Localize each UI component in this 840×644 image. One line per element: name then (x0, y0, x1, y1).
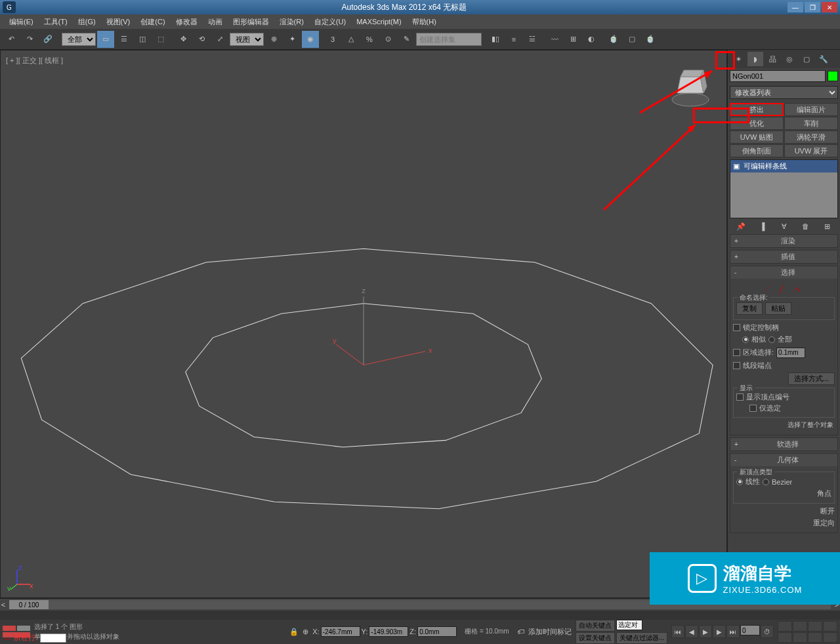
select-object-icon[interactable]: ▭ (97, 31, 114, 48)
modifier-uvw-unwrap-button[interactable]: UVW 展开 (784, 144, 838, 157)
viewport[interactable]: [ + ][ 正交 ][ 线框 ] z x y z x y (0, 50, 727, 598)
bezier-radio[interactable]: Bezier (763, 478, 792, 486)
object-color-swatch[interactable] (828, 71, 838, 81)
vertex-subobj-icon[interactable]: ⋰ (763, 285, 774, 293)
menu-create[interactable]: 创建(C) (135, 16, 170, 28)
rollout-geometry-header[interactable]: -几何体 (730, 454, 837, 466)
modifier-lathe-button[interactable]: 车削 (784, 117, 838, 130)
only-selected-checkbox[interactable]: 仅选定 (736, 403, 831, 413)
goto-start-icon[interactable]: ⏮ (671, 625, 684, 638)
undo-icon[interactable]: ↶ (3, 31, 20, 48)
all-radio[interactable]: 全部 (768, 334, 792, 344)
modifier-uvw-map-button[interactable]: UVW 贴图 (730, 131, 784, 144)
time-ruler[interactable] (0, 611, 840, 620)
move-icon[interactable]: ✥ (175, 31, 192, 48)
remove-modifier-icon[interactable]: 🗑 (800, 220, 812, 232)
play-icon[interactable]: ▶ (699, 625, 712, 638)
copy-button[interactable]: 复制 (736, 302, 763, 315)
scale-icon[interactable]: ⤢ (211, 31, 228, 48)
menu-help[interactable]: 帮助(H) (407, 16, 442, 28)
motion-tab-icon[interactable]: ◎ (782, 52, 797, 66)
modifier-bevel-profile-button[interactable]: 倒角剖面 (730, 144, 784, 157)
display-tab-icon[interactable]: ▢ (799, 52, 814, 66)
selection-filter-select[interactable]: 全部 (62, 33, 96, 46)
y-coord-input[interactable] (369, 626, 408, 637)
make-unique-icon[interactable]: ∀ (778, 220, 790, 232)
show-vert-num-checkbox[interactable]: 显示顶点编号 (736, 392, 831, 402)
rollout-interp-header[interactable]: +插值 (730, 251, 837, 263)
align-icon[interactable]: ≡ (505, 31, 522, 48)
stack-item-editable-spline[interactable]: ▣可编辑样条线 (730, 160, 837, 172)
pin-stack-icon[interactable]: 📌 (735, 220, 747, 232)
select-method-button[interactable]: 选择方式... (788, 372, 835, 385)
curve-editor-icon[interactable]: 〰 (546, 31, 563, 48)
snap-toggle-icon[interactable]: 3 (324, 31, 341, 48)
object-name-input[interactable] (730, 70, 826, 82)
menu-render[interactable]: 渲染(R) (274, 16, 309, 28)
rollout-selection-header[interactable]: -选择 (730, 266, 837, 279)
zoom-all-icon[interactable] (793, 621, 807, 632)
rotate-icon[interactable]: ⟲ (193, 31, 210, 48)
zoom-extents-icon[interactable] (808, 621, 822, 632)
spline-subobj-icon[interactable]: ∿ (795, 285, 805, 293)
angle-snap-icon[interactable]: △ (343, 31, 360, 48)
time-config-icon[interactable]: ⏱ (761, 625, 774, 638)
zoom-icon[interactable] (778, 621, 792, 632)
material-editor-icon[interactable]: ◐ (583, 31, 600, 48)
maximize-viewport-icon[interactable] (823, 632, 837, 643)
orbit-icon[interactable] (808, 632, 822, 643)
render-frame-icon[interactable]: ▢ (623, 31, 640, 48)
maximize-button[interactable]: ❐ (805, 2, 820, 12)
redo-icon[interactable]: ↷ (21, 31, 38, 48)
rollout-soft-sel-header[interactable]: +软选择 (730, 438, 837, 451)
ref-coord-select[interactable]: 视图 (230, 33, 264, 46)
current-frame-input[interactable] (740, 625, 760, 635)
close-button[interactable]: ✕ (822, 2, 837, 12)
segment-end-checkbox[interactable]: 线段端点 (733, 361, 835, 371)
show-end-result-icon[interactable]: ▐ (757, 220, 768, 232)
minimize-button[interactable]: — (788, 2, 803, 12)
fov-icon[interactable] (778, 632, 792, 643)
add-time-tag-label[interactable]: 添加时间标记 (528, 627, 572, 637)
render-icon[interactable]: 🍵 (642, 31, 659, 48)
lock-selection-icon[interactable]: 🔒 (289, 628, 299, 636)
x-coord-input[interactable] (321, 626, 360, 637)
configure-sets-icon[interactable]: ⊞ (822, 220, 833, 232)
next-frame-icon[interactable]: ▶ (713, 625, 726, 638)
where-field[interactable] (40, 634, 66, 643)
hierarchy-tab-icon[interactable]: 品 (765, 52, 780, 66)
percent-snap-icon[interactable]: % (361, 31, 378, 48)
modifier-list-select[interactable]: 修改器列表 (730, 86, 838, 99)
menu-tools[interactable]: 工具(T) (39, 16, 73, 28)
lock-handles-checkbox[interactable]: 锁定控制柄 (733, 323, 835, 332)
schematic-icon[interactable]: ⊞ (564, 31, 581, 48)
menu-graph-editors[interactable]: 图形编辑器 (228, 16, 274, 28)
render-setup-icon[interactable]: 🍵 (605, 31, 622, 48)
select-region-icon[interactable]: ◫ (134, 31, 151, 48)
edit-named-sel-icon[interactable]: ✎ (398, 31, 415, 48)
zoom-extents-all-icon[interactable] (823, 621, 837, 632)
modifier-turbosmooth-button[interactable]: 涡轮平滑 (784, 131, 838, 144)
modifier-stack[interactable]: ▣可编辑样条线 (730, 159, 838, 218)
selection-set-input[interactable] (416, 33, 482, 46)
area-select-spinner[interactable] (776, 348, 805, 358)
linear-radio[interactable]: 线性 (736, 477, 760, 487)
time-slider-thumb[interactable]: 0 / 100 (9, 600, 49, 609)
set-key-button[interactable]: 设置关键点 (576, 632, 615, 644)
key-filter-button[interactable]: 关键点过滤器... (616, 632, 667, 644)
area-select-checkbox[interactable]: 区域选择: (733, 348, 774, 357)
menu-view[interactable]: 视图(V) (101, 16, 136, 28)
link-icon[interactable]: 🔗 (39, 31, 56, 48)
spinner-snap-icon[interactable]: ⊙ (379, 31, 396, 48)
paste-button[interactable]: 粘贴 (765, 302, 791, 315)
modify-tab-icon[interactable]: ◗ (747, 52, 763, 66)
menu-edit[interactable]: 编辑(E) (4, 16, 39, 28)
add-time-tag-icon[interactable]: 🏷 (517, 628, 524, 635)
auto-key-button[interactable]: 自动关键点 (576, 620, 615, 632)
viewcube[interactable] (667, 64, 713, 110)
menu-animation[interactable]: 动画 (203, 16, 228, 28)
modifier-edit-patch-button[interactable]: 编辑面片 (784, 103, 838, 116)
prev-frame-icon[interactable]: ◀ (685, 625, 698, 638)
goto-end-icon[interactable]: ⏭ (726, 625, 740, 638)
menu-group[interactable]: 组(G) (73, 16, 101, 28)
